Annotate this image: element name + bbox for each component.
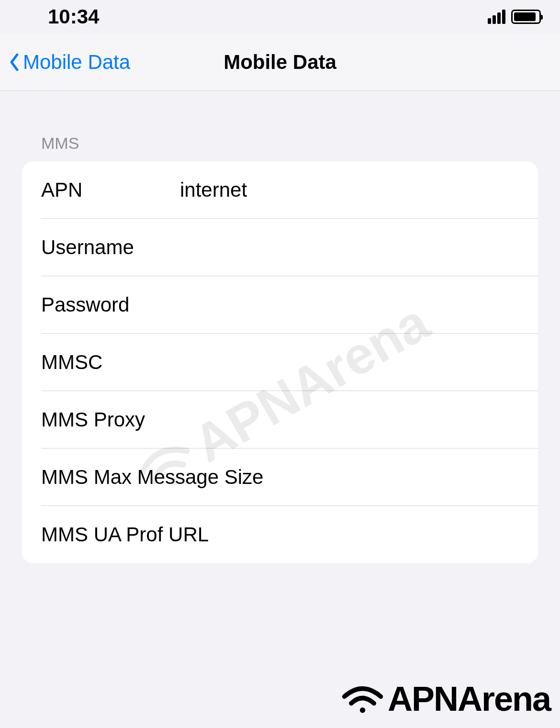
mms-ua-prof-label: MMS UA Prof URL	[41, 523, 209, 546]
password-row[interactable]: Password	[22, 276, 538, 334]
username-label: Username	[41, 236, 180, 259]
mms-ua-prof-row[interactable]: MMS UA Prof URL	[22, 506, 538, 563]
password-label: Password	[41, 293, 180, 316]
brand-footer: APNArena	[340, 679, 550, 718]
back-label: Mobile Data	[23, 51, 130, 74]
section-header-mms: MMS	[22, 91, 538, 161]
wifi-icon	[340, 682, 385, 716]
status-indicators	[488, 10, 541, 24]
nav-title: Mobile Data	[224, 51, 336, 74]
back-button[interactable]: Mobile Data	[10, 51, 130, 74]
username-row[interactable]: Username	[22, 219, 538, 276]
mms-max-size-label: MMS Max Message Size	[41, 466, 263, 489]
chevron-left-icon	[10, 54, 19, 71]
mms-proxy-label: MMS Proxy	[41, 408, 180, 431]
mms-proxy-row[interactable]: MMS Proxy	[22, 391, 538, 448]
apn-input[interactable]	[180, 179, 519, 202]
mms-max-size-row[interactable]: MMS Max Message Size	[22, 448, 538, 506]
mms-ua-prof-input[interactable]	[209, 523, 519, 546]
battery-icon	[511, 10, 541, 24]
mms-max-size-input[interactable]	[263, 466, 519, 489]
apn-row[interactable]: APN	[22, 161, 538, 219]
svg-point-1	[360, 707, 365, 713]
username-input[interactable]	[180, 236, 519, 259]
mmsc-input[interactable]	[180, 351, 519, 374]
mms-settings-group: APN Username Password MMSC MMS Proxy MMS…	[22, 161, 538, 563]
mms-proxy-input[interactable]	[180, 408, 519, 431]
status-time: 10:34	[48, 5, 99, 28]
navigation-bar: Mobile Data Mobile Data	[0, 34, 560, 91]
status-bar: 10:34	[0, 0, 560, 34]
cellular-signal-icon	[488, 10, 505, 24]
mmsc-row[interactable]: MMSC	[22, 334, 538, 391]
mmsc-label: MMSC	[41, 351, 180, 374]
brand-text: APNArena	[388, 679, 550, 718]
apn-label: APN	[41, 179, 180, 202]
content-area: MMS APN Username Password MMSC MMS Proxy…	[0, 91, 560, 563]
password-input[interactable]	[180, 293, 519, 316]
